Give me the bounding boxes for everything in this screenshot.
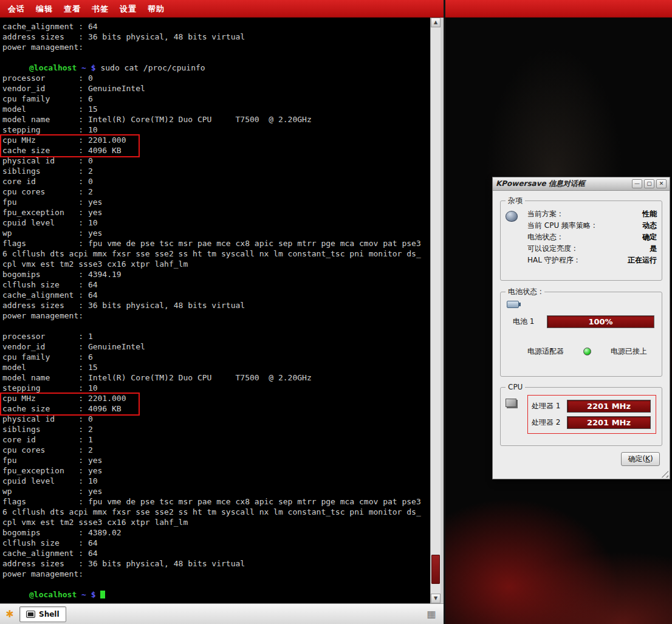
terminal-line: cpu MHz : 2201.000 — [2, 394, 430, 404]
cpu-icon — [506, 399, 516, 407]
terminal-line: @localhost ~ $ — [2, 590, 430, 600]
terminal-line — [2, 321, 430, 332]
terminal-line: cpu cores : 2 — [2, 187, 430, 197]
misc-value: 确定 — [642, 231, 657, 243]
misc-row: 电池状态 :确定 — [527, 231, 657, 243]
terminal-output: cache_alignment : 64address sizes : 36 b… — [2, 22, 430, 600]
taskbar-shell-tab[interactable]: Shell — [19, 606, 66, 622]
battery-icon — [507, 301, 519, 308]
ok-label: 确定( — [628, 454, 645, 463]
prompt-symbol: ~ $ — [77, 63, 100, 72]
terminal-line: cpuid level : 10 — [2, 476, 430, 487]
menu-item-5[interactable]: 设置 — [114, 4, 142, 13]
misc-value: 动态 — [642, 220, 657, 231]
terminal-line: bogomips : 4394.19 — [2, 270, 430, 280]
terminal-line: cache_alignment : 64 — [2, 290, 430, 301]
scrollbar-thumb[interactable] — [431, 555, 440, 584]
misc-row: HAL 守护程序 :正在运行 — [527, 255, 657, 266]
scroll-up-icon[interactable]: ▲ — [431, 18, 441, 27]
terminal-line: 6 clflush dts acpi mmx fxsr sse sse2 ss … — [2, 249, 430, 259]
dialog-body: 杂项 当前方案 :性能当前 CPU 频率策略 :动态电池状态 :确定可以设定亮度… — [493, 191, 670, 479]
terminal-line — [2, 580, 430, 590]
prompt-symbol: ~ $ — [77, 590, 100, 599]
misc-row: 当前方案 :性能 — [527, 208, 657, 220]
adapter-label: 电源适配器 — [527, 346, 564, 357]
terminal-line: clflush size : 64 — [2, 538, 430, 549]
annotation-highlight-cpu-bars: 处理器 12201 MHz处理器 22201 MHz — [527, 395, 656, 434]
terminal-line: physical id : 0 — [2, 156, 430, 166]
terminal-line: @localhost ~ $ sudo cat /proc/cpuinfo — [2, 63, 430, 74]
terminal-body[interactable]: cache_alignment : 64address sizes : 36 b… — [0, 18, 441, 603]
misc-label: 当前方案 : — [527, 208, 561, 220]
terminal-line: core id : 0 — [2, 177, 430, 187]
desktop-top-red-bar — [445, 0, 672, 18]
terminal-line: power management: — [2, 311, 430, 321]
menu-item-4[interactable]: 书签 — [86, 4, 114, 13]
battery-label: 电池 1 — [513, 317, 542, 327]
cpu-processor-label: 处理器 1 — [532, 401, 567, 411]
terminal-line: cache size : 4096 KB — [2, 146, 430, 156]
cpu-processor-label: 处理器 2 — [532, 417, 567, 428]
prompt-host: @localhost — [29, 590, 77, 599]
terminal-line: power management: — [2, 43, 430, 53]
dialog-titlebar[interactable]: KPowersave 信息对话框 — ▢ ✕ — [493, 177, 670, 191]
menu-item-2[interactable]: 编辑 — [30, 4, 58, 13]
terminal-line: cpu family : 6 — [2, 94, 430, 105]
adapter-row: 电源适配器 电源已接上 — [527, 346, 647, 357]
terminal-line: model : 15 — [2, 363, 430, 373]
close-icon[interactable]: ✕ — [656, 179, 667, 188]
terminal-line: cpu MHz : 2201.000 — [2, 135, 430, 146]
terminal-line: processor : 1 — [2, 332, 430, 342]
terminal-cursor — [100, 591, 105, 598]
menu-item-1[interactable]: 会话 — [2, 4, 30, 13]
misc-row: 当前 CPU 频率策略 :动态 — [527, 220, 657, 231]
terminal-line: siblings : 2 — [2, 425, 430, 435]
terminal-line: flags : fpu vme de pse tsc msr pae mce c… — [2, 239, 430, 249]
scroll-down-icon[interactable]: ▼ — [431, 594, 441, 603]
terminal-line: physical id : 0 — [2, 414, 430, 425]
terminal-line: address sizes : 36 bits physical, 48 bit… — [2, 32, 430, 43]
misc-rows: 当前方案 :性能当前 CPU 频率策略 :动态电池状态 :确定可以设定亮度 :是… — [527, 208, 657, 266]
battery-percent: 100% — [588, 317, 612, 326]
cpu-group-title: CPU — [506, 383, 525, 391]
terminal-line: siblings : 2 — [2, 166, 430, 177]
terminal-line: cpu family : 6 — [2, 352, 430, 363]
terminal-scrollbar[interactable]: ▲ ▼ — [430, 18, 441, 603]
battery-row: 电池 1 100% — [513, 315, 654, 328]
terminal-line: stepping : 10 — [2, 125, 430, 135]
terminal-line: processor : 0 — [2, 74, 430, 84]
terminal-line: wp : yes — [2, 228, 430, 239]
terminal-line: address sizes : 36 bits physical, 48 bit… — [2, 301, 430, 311]
taskbar: ✱ Shell ▦ — [0, 603, 444, 624]
minimize-icon[interactable]: — — [632, 179, 642, 188]
desktop-background: KPowersave 信息对话框 — ▢ ✕ 杂项 当前方案 :性能当前 CPU… — [445, 0, 672, 624]
terminal-line: vendor_id : GenuineIntel — [2, 342, 430, 352]
battery-progressbar: 100% — [547, 315, 654, 328]
maximize-icon[interactable]: ▢ — [644, 179, 654, 188]
cpu-frequency-bar: 2201 MHz — [567, 400, 651, 413]
terminal-line: fpu : yes — [2, 197, 430, 208]
misc-label: HAL 守护程序 : — [527, 255, 578, 266]
ok-button[interactable]: 确定(K) — [621, 452, 660, 466]
cpu-row: 处理器 12201 MHz — [532, 398, 652, 414]
menu-item-3[interactable]: 查看 — [58, 4, 86, 13]
terminal-line: cache_alignment : 64 — [2, 22, 430, 32]
redacted-username — [2, 63, 29, 70]
terminal-line: cpu cores : 2 — [2, 445, 430, 456]
terminal-line: 6 clflush dts acpi mmx fxsr sse sse2 ss … — [2, 507, 430, 518]
terminal-line: power management: — [2, 569, 430, 580]
typed-command: sudo cat /proc/cpuinfo — [100, 63, 205, 72]
misc-label: 当前 CPU 频率策略 : — [527, 220, 595, 231]
kpowersave-dialog: KPowersave 信息对话框 — ▢ ✕ 杂项 当前方案 :性能当前 CPU… — [492, 177, 670, 479]
dialog-title: KPowersave 信息对话框 — [496, 179, 630, 189]
menu-item-6[interactable]: 帮助 — [142, 4, 170, 13]
terminal-line: cpl vmx est tm2 ssse3 cx16 xtpr lahf_lm — [2, 259, 430, 270]
adapter-status: 电源已接上 — [611, 346, 647, 357]
battery-group-title: 电池状态 : — [506, 287, 544, 297]
shell-tab-label: Shell — [39, 610, 60, 619]
terminal-line: vendor_id : GenuineIntel — [2, 84, 430, 94]
terminal-line: flags : fpu vme de pse tsc msr pae mce c… — [2, 497, 430, 507]
panel-tray-icon[interactable]: ▦ — [424, 608, 439, 620]
panel-applet-icon[interactable]: ✱ — [2, 608, 17, 620]
terminal-line: model name : Intel(R) Core(TM)2 Duo CPU … — [2, 373, 430, 383]
